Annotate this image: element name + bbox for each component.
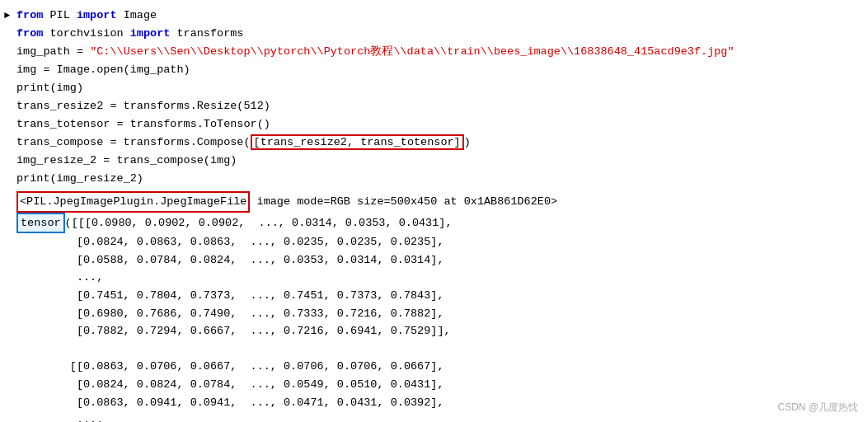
output-line-9: [[0.0863, 0.0706, 0.0667, ..., 0.0706, 0… bbox=[0, 358, 868, 376]
code-line-8: trans_compose = transforms.Compose([tran… bbox=[0, 134, 868, 152]
code-line-1: from PIL import Image bbox=[0, 7, 868, 25]
output-line-3: [0.0824, 0.0863, 0.0863, ..., 0.0235, 0.… bbox=[0, 233, 868, 251]
code-text: img = Image.open(img_path) bbox=[16, 61, 190, 79]
code-line-4: img = Image.open(img_path) bbox=[0, 61, 868, 79]
watermark: CSDN @几度热忱 bbox=[777, 400, 858, 415]
output-line-8: [0.7882, 0.7294, 0.6667, ..., 0.7216, 0.… bbox=[0, 322, 868, 340]
code-text: trans_resize2 = transforms.Resize(512) bbox=[16, 97, 270, 115]
code-text: print(img) bbox=[16, 79, 83, 97]
output-line-7: [0.6980, 0.7686, 0.7490, ..., 0.7333, 0.… bbox=[0, 305, 868, 323]
output-line-11: [0.0863, 0.0941, 0.0941, ..., 0.0471, 0.… bbox=[0, 394, 868, 412]
output-line-12: .... bbox=[0, 411, 868, 422]
code-text: torchvision bbox=[43, 25, 129, 43]
keyword-from2: from bbox=[16, 25, 43, 43]
code-line-6: trans_resize2 = transforms.Resize(512) bbox=[0, 97, 868, 115]
code-line-3: img_path = "C:\\Users\\Sen\\Desktop\\pyt… bbox=[0, 43, 868, 61]
output-text: ..., bbox=[16, 269, 103, 287]
keyword-from: from bbox=[16, 7, 43, 25]
output-text: [0.0824, 0.0863, 0.0863, ..., 0.0235, 0.… bbox=[16, 233, 443, 251]
output-text: [0.6980, 0.7686, 0.7490, ..., 0.7333, 0.… bbox=[16, 305, 443, 323]
output-text: [0.7451, 0.7804, 0.7373, ..., 0.7451, 0.… bbox=[16, 287, 443, 305]
code-text: Image bbox=[117, 7, 157, 25]
output-line-6: [0.7451, 0.7804, 0.7373, ..., 0.7451, 0.… bbox=[0, 287, 868, 305]
output-pil-rest: image mode=RGB size=500x450 at 0x1AB861D… bbox=[250, 193, 557, 211]
output-pil-line: <PIL.JpegImagePlugin.JpegImageFile image… bbox=[0, 191, 868, 213]
code-line-2: from torchvision import transforms bbox=[0, 25, 868, 43]
output-text: [0.0863, 0.0941, 0.0941, ..., 0.0471, 0.… bbox=[16, 394, 443, 412]
code-text: trans_totensor = transforms.ToTensor() bbox=[16, 115, 270, 134]
output-text: [0.7882, 0.7294, 0.6667, ..., 0.7216, 0.… bbox=[16, 322, 451, 340]
code-line-10: print(img_resize_2) bbox=[0, 170, 868, 188]
output-tensor-rest: ([[[0.0980, 0.0902, 0.0902, ..., 0.0314,… bbox=[65, 214, 453, 232]
code-text: img_resize_2 = trans_compose(img) bbox=[16, 152, 237, 170]
keyword-import: import bbox=[77, 7, 117, 25]
string-imgpath: "C:\\Users\\Sen\\Desktop\\pytorch\\Pytor… bbox=[90, 43, 734, 61]
red-highlight-box: [trans_resize2, trans_totensor] bbox=[251, 134, 464, 150]
pil-highlight-box: <PIL.JpegImagePlugin.JpegImageFile bbox=[16, 191, 250, 213]
code-text: PIL bbox=[43, 7, 77, 25]
output-text bbox=[16, 340, 23, 359]
code-text: print(img_resize_2) bbox=[16, 170, 143, 188]
output-text: [[0.0863, 0.0706, 0.0667, ..., 0.0706, 0… bbox=[16, 358, 443, 376]
code-line-7: trans_totensor = transforms.ToTensor() bbox=[0, 115, 868, 134]
arrow-indicator: ► bbox=[4, 8, 10, 24]
code-line-5: print(img) bbox=[0, 79, 868, 97]
output-line-4: [0.0588, 0.0784, 0.0824, ..., 0.0353, 0.… bbox=[0, 251, 868, 270]
code-text: transforms bbox=[170, 25, 243, 43]
output-line-blank bbox=[0, 340, 868, 359]
output-text: .... bbox=[16, 411, 103, 422]
keyword-import2: import bbox=[130, 25, 171, 43]
output-tensor-line: tensor([[[0.0980, 0.0902, 0.0902, ..., 0… bbox=[0, 213, 868, 234]
output-text: [0.0824, 0.0824, 0.0784, ..., 0.0549, 0.… bbox=[16, 376, 443, 394]
code-text: img_path = bbox=[16, 43, 90, 61]
tensor-highlight-box: tensor bbox=[16, 213, 65, 234]
code-text: trans_compose = transforms.Compose([tran… bbox=[16, 134, 471, 152]
output-line-10: [0.0824, 0.0824, 0.0784, ..., 0.0549, 0.… bbox=[0, 376, 868, 394]
output-line-5: ..., bbox=[0, 269, 868, 287]
code-line-9: img_resize_2 = trans_compose(img) bbox=[0, 152, 868, 170]
code-container: ► from PIL import Image from torchvision… bbox=[0, 0, 868, 422]
output-text: [0.0588, 0.0784, 0.0824, ..., 0.0353, 0.… bbox=[16, 251, 443, 270]
